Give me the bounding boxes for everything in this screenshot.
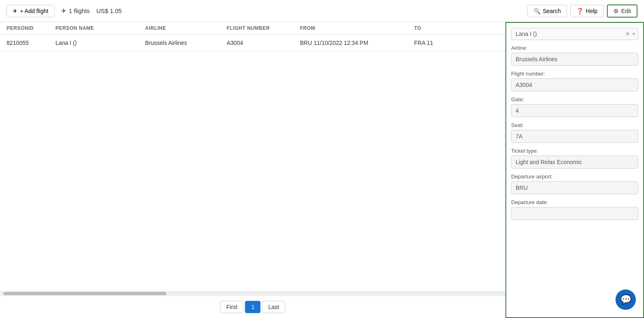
right-panel: ✕ ▾ Airline: Brussels Airlines Flight nu… <box>505 22 644 318</box>
seat-value: 7A <box>511 130 638 143</box>
cost-label: US$ 1.05 <box>96 7 122 14</box>
cell-flight-number: A3004 <box>227 40 300 46</box>
seat-field-group: Seat: 7A <box>511 122 638 143</box>
search-label: Search <box>543 8 561 14</box>
main-content: PERSONID PERSON NAME AIRLINE FLIGHT NUMB… <box>0 22 644 318</box>
pagination: First 1 Last <box>0 296 505 318</box>
col-airline: AIRLINE <box>145 25 227 31</box>
chat-bubble-button[interactable]: 💬 <box>615 289 636 310</box>
table-area: PERSONID PERSON NAME AIRLINE FLIGHT NUMB… <box>0 22 505 318</box>
flight-number-label: Flight number: <box>511 71 638 77</box>
ticket-type-value: Light and Relax Economic <box>511 156 638 169</box>
edit-label: Edit <box>621 8 631 14</box>
select-icons: ✕ ▾ <box>625 31 635 37</box>
flight-number-field-group: Flight number: A3004 <box>511 71 638 91</box>
gear-icon: ⚙ <box>613 8 619 14</box>
help-icon: ❓ <box>576 8 583 14</box>
topbar: ✈ + Add flight ✈ 1 flights US$ 1.05 🔍 Se… <box>0 0 644 22</box>
person-search-wrapper: ✕ ▾ <box>511 28 638 40</box>
gate-label: Gate: <box>511 96 638 102</box>
page-1-button[interactable]: 1 <box>245 301 260 313</box>
table-body: 8210055 Lana I () Brussels Airlines A300… <box>0 35 505 291</box>
scrollbar-thumb[interactable] <box>3 292 166 295</box>
ticket-type-label: Ticket type: <box>511 148 638 154</box>
chevron-down-icon[interactable]: ▾ <box>633 31 635 37</box>
help-button[interactable]: ❓ Help <box>570 5 604 17</box>
first-page-button[interactable]: First <box>220 301 243 313</box>
departure-airport-label: Departure airport: <box>511 173 638 180</box>
departure-date-value <box>511 207 638 220</box>
cell-airline: Brussels Airlines <box>145 40 227 46</box>
gate-value: 4 <box>511 104 638 117</box>
table-header: PERSONID PERSON NAME AIRLINE FLIGHT NUMB… <box>0 22 505 35</box>
topbar-right: 🔍 Search ❓ Help ⚙ Edit <box>527 4 637 18</box>
ticket-type-field-group: Ticket type: Light and Relax Economic <box>511 148 638 169</box>
edit-button[interactable]: ⚙ Edit <box>607 4 637 18</box>
col-to: TO <box>414 25 463 31</box>
cell-personid: 8210055 <box>7 40 55 46</box>
plus-icon: ✈ <box>13 8 18 14</box>
departure-airport-field-group: Departure airport: BRU <box>511 173 638 194</box>
col-flight-number: FLIGHT NUMBER <box>227 25 300 31</box>
add-flight-label: + Add flight <box>20 8 49 14</box>
departure-airport-value: BRU <box>511 181 638 194</box>
search-icon: 🔍 <box>534 8 540 14</box>
cost-display: US$ 1.05 <box>96 7 122 14</box>
col-personid: PERSONID <box>7 25 55 31</box>
cell-to: FRA 11 <box>414 40 463 46</box>
gate-field-group: Gate: 4 <box>511 96 638 117</box>
flights-count: ✈ 1 flights <box>61 7 90 15</box>
person-search-input[interactable] <box>511 28 638 40</box>
departure-date-label: Departure date: <box>511 199 638 205</box>
last-page-button[interactable]: Last <box>262 301 285 313</box>
flights-count-label: 1 flights <box>69 7 90 14</box>
chat-icon: 💬 <box>620 294 631 305</box>
seat-label: Seat: <box>511 122 638 128</box>
flight-number-value: A3004 <box>511 78 638 91</box>
topbar-left: ✈ + Add flight ✈ 1 flights US$ 1.05 <box>7 5 521 17</box>
airline-value: Brussels Airlines <box>511 53 638 66</box>
table-row[interactable]: 8210055 Lana I () Brussels Airlines A300… <box>0 35 505 51</box>
add-flight-button[interactable]: ✈ + Add flight <box>7 5 55 17</box>
col-person-name: PERSON NAME <box>55 25 145 31</box>
plane-icon: ✈ <box>61 7 66 15</box>
col-from: FROM <box>300 25 414 31</box>
airline-label: Airline: <box>511 45 638 51</box>
clear-icon[interactable]: ✕ <box>625 31 630 37</box>
search-button[interactable]: 🔍 Search <box>527 5 567 17</box>
airline-field-group: Airline: Brussels Airlines <box>511 45 638 66</box>
horizontal-scrollbar[interactable] <box>0 291 505 296</box>
cell-person-name: Lana I () <box>55 40 145 46</box>
cell-from: BRU 11/10/2022 12:34 PM <box>300 40 414 46</box>
help-label: Help <box>586 8 598 14</box>
departure-date-field-group: Departure date: <box>511 199 638 220</box>
